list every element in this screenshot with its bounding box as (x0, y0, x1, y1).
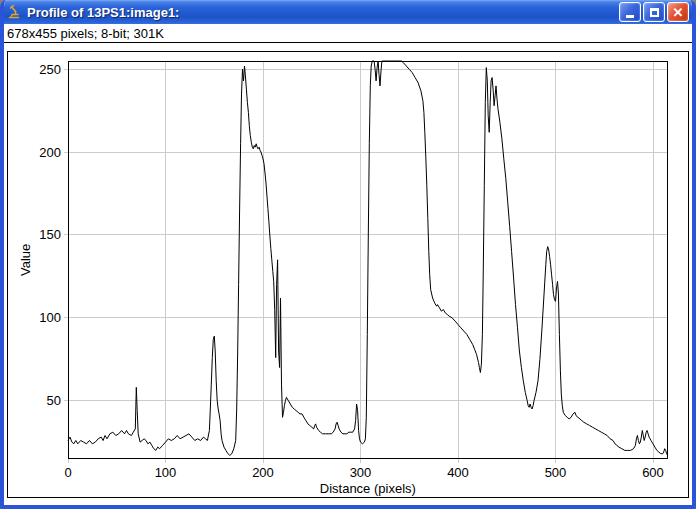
svg-text:0: 0 (64, 465, 71, 480)
close-icon: ✕ (673, 6, 684, 19)
svg-text:500: 500 (545, 465, 567, 480)
window-client-area: 678x455 pixels; 8-bit; 301K 501001502002… (4, 24, 692, 505)
svg-text:400: 400 (447, 465, 469, 480)
close-button[interactable]: ✕ (667, 2, 689, 22)
minimize-icon (626, 15, 634, 18)
svg-text:300: 300 (350, 465, 372, 480)
profile-plot[interactable]: 501001502002500100200300400500600Distanc… (8, 52, 688, 497)
status-separator (4, 42, 692, 43)
svg-text:150: 150 (39, 227, 61, 242)
window-controls: ✕ (619, 2, 689, 22)
window-title: Profile of 13PS1:image1: (27, 5, 179, 20)
profile-window: Profile of 13PS1:image1: ✕ 678x455 pixel… (0, 0, 696, 509)
x-axis-label: Distance (pixels) (320, 481, 416, 496)
svg-text:250: 250 (39, 62, 61, 77)
minimize-button[interactable] (619, 2, 641, 22)
svg-text:200: 200 (252, 465, 274, 480)
svg-text:600: 600 (642, 465, 664, 480)
maximize-icon (650, 8, 659, 17)
maximize-button[interactable] (643, 2, 665, 22)
svg-text:50: 50 (47, 393, 61, 408)
image-info-status: 678x455 pixels; 8-bit; 301K (7, 26, 164, 41)
svg-text:100: 100 (39, 310, 61, 325)
y-axis-label: Value (18, 244, 33, 276)
svg-text:200: 200 (39, 145, 61, 160)
profile-curve (68, 61, 668, 455)
plot-canvas[interactable]: 501001502002500100200300400500600Distanc… (7, 51, 689, 498)
svg-text:100: 100 (155, 465, 177, 480)
imagej-microscope-icon (6, 4, 22, 20)
titlebar[interactable]: Profile of 13PS1:image1: ✕ (0, 0, 696, 24)
